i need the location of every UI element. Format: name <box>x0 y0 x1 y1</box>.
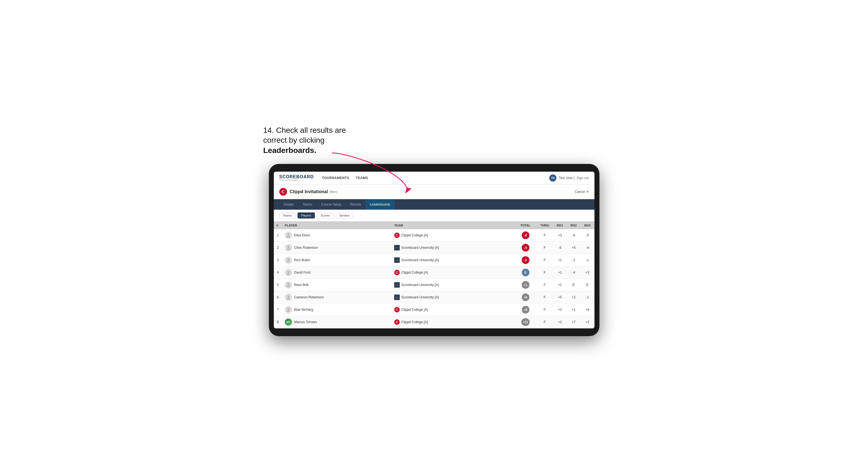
col-rd3: RD3 <box>581 221 594 229</box>
rd2-cell: -2 <box>567 254 581 267</box>
col-team: TEAM <box>392 221 515 229</box>
nav-teams[interactable]: TEAMS <box>356 176 368 180</box>
total-badge: -2 <box>522 256 529 264</box>
instruction-number: 14. <box>264 126 274 134</box>
table-row: 6 Cameron Robertson ≡ Scoreboard Univers… <box>274 291 594 304</box>
rd3-cell: -1 <box>581 291 594 304</box>
player-avatar <box>285 232 292 239</box>
team-name: Clippd College [A] <box>401 320 428 324</box>
player-name: David Ford <box>294 271 310 274</box>
svg-point-12 <box>287 298 290 300</box>
instruction-body: Check all results are correct by clickin… <box>264 126 346 144</box>
rd1-cell: +5 <box>553 291 567 304</box>
instruction-text: 14. Check all results are correct by cli… <box>264 125 357 155</box>
rd2-cell: +2 <box>567 291 581 304</box>
svg-point-9 <box>287 283 289 285</box>
thru-cell: F <box>537 304 553 316</box>
thru-cell: F <box>537 242 553 254</box>
logo-sub: Powered by clippd <box>279 179 314 181</box>
table-header-row: # PLAYER TEAM TOTAL THRU RD1 RD2 RD3 <box>274 221 594 229</box>
rd2-cell: E <box>567 279 581 291</box>
player-name: Elliot Ebert <box>294 234 310 237</box>
svg-point-5 <box>287 258 289 260</box>
team-cell: ≡ Scoreboard University [A] <box>392 254 515 267</box>
rd3-cell: -1 <box>581 254 594 267</box>
total-badge: -8 <box>522 231 529 239</box>
player-name: Rees Britt <box>294 283 309 287</box>
filter-teams-button[interactable]: Teams <box>279 212 295 218</box>
rank-cell: 4 <box>274 267 282 279</box>
rd3-cell: +2 <box>581 316 594 329</box>
rank-cell: 5 <box>274 279 282 291</box>
svg-point-3 <box>287 246 289 248</box>
tab-bar: Details Teams Course Setup Results Leade… <box>274 199 594 210</box>
team-name: Clippd College [A] <box>401 234 428 237</box>
svg-point-11 <box>287 295 289 298</box>
player-avatar <box>285 244 292 251</box>
thru-cell: F <box>537 279 553 291</box>
rank-cell: 8 <box>274 316 282 329</box>
player-cell: Rees Britt <box>282 279 392 291</box>
tab-results[interactable]: Results <box>346 199 366 210</box>
total-cell: +11 <box>515 316 537 329</box>
filter-players-button[interactable]: Players <box>298 212 315 218</box>
total-badge: -4 <box>522 244 529 252</box>
tournament-logo: C <box>279 188 287 196</box>
rd2-cell: -6 <box>567 229 581 242</box>
svg-point-13 <box>287 308 289 310</box>
filter-strokes-button[interactable]: Strokes <box>336 212 353 218</box>
rd1-cell: +1 <box>553 254 567 267</box>
player-avatar <box>285 294 292 301</box>
svg-point-4 <box>287 248 290 250</box>
table-row: 8 MT Marcus Turners C Clippd College [A]… <box>274 316 594 329</box>
total-cell: E <box>515 267 537 279</box>
team-logo-scoreboard: ≡ <box>394 257 400 263</box>
tournament-badge: (Men) <box>330 190 337 193</box>
logo-text: SCOREBOARD <box>279 175 314 179</box>
svg-point-8 <box>287 273 290 275</box>
nav-tournaments[interactable]: TOURNAMENTS <box>322 176 349 180</box>
player-avatar: MT <box>285 318 292 326</box>
rd1-cell: -5 <box>553 242 567 254</box>
table-row: 3 Rich Butler ≡ Scoreboard University [A… <box>274 254 594 267</box>
tab-details[interactable]: Details <box>279 199 298 210</box>
total-badge: +6 <box>522 293 529 301</box>
team-logo-clippd: C <box>394 319 400 325</box>
team-cell: C Clippd College [A] <box>392 316 515 329</box>
rd3-cell: E <box>581 279 594 291</box>
rd2-cell: +5 <box>567 242 581 254</box>
rd3-cell: -5 <box>581 229 594 242</box>
user-name: Test User | <box>559 176 575 180</box>
page-wrapper: 14. Check all results are correct by cli… <box>269 131 599 336</box>
filter-scores-button[interactable]: Scores <box>317 212 334 218</box>
team-cell: ≡ Scoreboard University [A] <box>392 291 515 304</box>
total-cell: -8 <box>515 229 537 242</box>
col-rd2: RD2 <box>567 221 581 229</box>
cancel-button[interactable]: Cancel ✕ <box>575 190 589 194</box>
table-row: 1 Elliot Ebert C Clippd College [A] -8 F… <box>274 229 594 242</box>
svg-point-7 <box>287 271 289 273</box>
tab-leaderboards[interactable]: Leaderboards <box>366 199 395 210</box>
thru-cell: F <box>537 291 553 304</box>
team-logo-scoreboard: ≡ <box>394 294 400 300</box>
filter-bar: Teams Players Scores Strokes <box>274 210 594 221</box>
thru-cell: F <box>537 267 553 279</box>
tablet-frame: SCOREBOARD Powered by clippd TOURNAMENTS… <box>269 164 599 336</box>
tab-teams[interactable]: Teams <box>298 199 316 210</box>
tab-course-setup[interactable]: Course Setup <box>317 199 346 210</box>
nav-right: TU Test User | Sign out <box>549 175 589 182</box>
rank-cell: 1 <box>274 229 282 242</box>
player-avatar <box>285 306 292 313</box>
total-badge: +9 <box>522 306 529 314</box>
sign-out-link[interactable]: Sign out <box>577 176 589 180</box>
tablet-screen: SCOREBOARD Powered by clippd TOURNAMENTS… <box>274 172 594 329</box>
rd1-cell: +3 <box>553 229 567 242</box>
total-cell: -2 <box>515 254 537 267</box>
total-cell: +9 <box>515 304 537 316</box>
svg-point-1 <box>287 234 289 236</box>
thru-cell: F <box>537 254 553 267</box>
col-rd1: RD1 <box>553 221 567 229</box>
instruction-bold: Leaderboards. <box>264 146 316 155</box>
team-logo-scoreboard: ≡ <box>394 245 400 250</box>
player-cell: Blair McHarg <box>282 304 392 316</box>
